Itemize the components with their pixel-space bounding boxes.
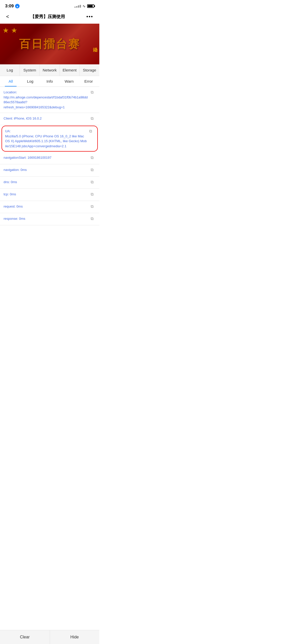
subtab-error[interactable]: Error xyxy=(79,76,98,86)
log-entry-navstart: navigationStart: 1669186100197 ⧉ xyxy=(0,152,99,164)
copy-icon-ua[interactable]: ⧉ xyxy=(89,129,94,135)
tab-system[interactable]: System xyxy=(20,64,40,76)
tab-storage[interactable]: Storage xyxy=(80,64,99,76)
subtab-info[interactable]: Info xyxy=(40,76,59,86)
subtab-warn[interactable]: Warn xyxy=(59,76,79,86)
banner-image: ★ ★ 百日擂台赛 活动 xyxy=(0,24,99,64)
log-text-response: response: 0ms xyxy=(4,216,89,221)
log-entry-navigation: navigation: 0ms ⧉ xyxy=(0,164,99,177)
log-entry-response: response: 0ms ⧉ xyxy=(0,213,99,225)
log-entry-request: request: 0ms ⧉ xyxy=(0,201,99,213)
log-text-location: Location:http://m.aihoge.com/depencestar… xyxy=(4,90,89,110)
wifi-icon: ∿ xyxy=(83,4,86,8)
subtab-log[interactable]: Log xyxy=(20,76,40,86)
log-text-dns: dns: 0ms xyxy=(4,180,89,185)
log-entry-location: Location:http://m.aihoge.com/depencestar… xyxy=(0,87,99,113)
log-entry-ua: UA:Mozilla/5.0 (iPhone; CPU iPhone OS 16… xyxy=(2,126,98,152)
page-title: 【爱秀】压测使用 xyxy=(30,14,65,20)
log-text-request: request: 0ms xyxy=(4,204,89,209)
copy-icon-client[interactable]: ⧉ xyxy=(91,116,96,122)
copy-icon-dns[interactable]: ⧉ xyxy=(91,180,96,185)
status-bar: 3:09 ▲ ∿ xyxy=(0,0,99,11)
log-text-client: Client: iPhone, iOS 16.0.2 xyxy=(4,116,89,121)
banner-text: 百日擂台赛 xyxy=(19,37,80,52)
copy-icon-navigation[interactable]: ⧉ xyxy=(91,168,96,173)
tab-network[interactable]: Network xyxy=(40,64,60,76)
copy-icon-tcp[interactable]: ⧉ xyxy=(91,192,96,198)
nav-bar: < 【爱秀】压测使用 ••• xyxy=(0,11,99,24)
log-text-navstart: navigationStart: 1669186100197 xyxy=(4,155,89,160)
main-tabs: Log System Network Element Storage xyxy=(0,64,99,76)
copy-icon-request[interactable]: ⧉ xyxy=(91,204,96,210)
banner-content: 百日擂台赛 xyxy=(19,37,80,52)
status-right: ∿ xyxy=(74,4,94,8)
log-text-ua: UA:Mozilla/5.0 (iPhone; CPU iPhone OS 16… xyxy=(5,129,87,149)
tab-element[interactable]: Element xyxy=(60,64,80,76)
copy-icon-location[interactable]: ⧉ xyxy=(91,90,96,96)
more-button[interactable]: ••• xyxy=(84,13,95,21)
log-entry-dns: dns: 0ms ⧉ xyxy=(0,177,99,189)
tab-log[interactable]: Log xyxy=(0,64,20,76)
sub-tabs: All Log Info Warn Error xyxy=(0,76,99,87)
log-entry-tcp: tcp: 0ms ⧉ xyxy=(0,189,99,201)
copy-icon-navstart[interactable]: ⧉ xyxy=(91,155,96,161)
copy-icon-response[interactable]: ⧉ xyxy=(91,216,96,222)
back-button[interactable]: < xyxy=(4,13,11,21)
log-text-navigation: navigation: 0ms xyxy=(4,167,89,172)
status-time: 3:09 ▲ xyxy=(5,4,20,9)
signal-dots xyxy=(74,5,81,8)
log-text-tcp: tcp: 0ms xyxy=(4,192,89,197)
location-icon: ▲ xyxy=(15,4,20,8)
log-entry-client: Client: iPhone, iOS 16.0.2 ⧉ xyxy=(0,113,99,125)
subtab-all[interactable]: All xyxy=(1,76,20,86)
log-content: Location:http://m.aihoge.com/depencestar… xyxy=(0,87,99,256)
battery-icon xyxy=(87,4,94,8)
